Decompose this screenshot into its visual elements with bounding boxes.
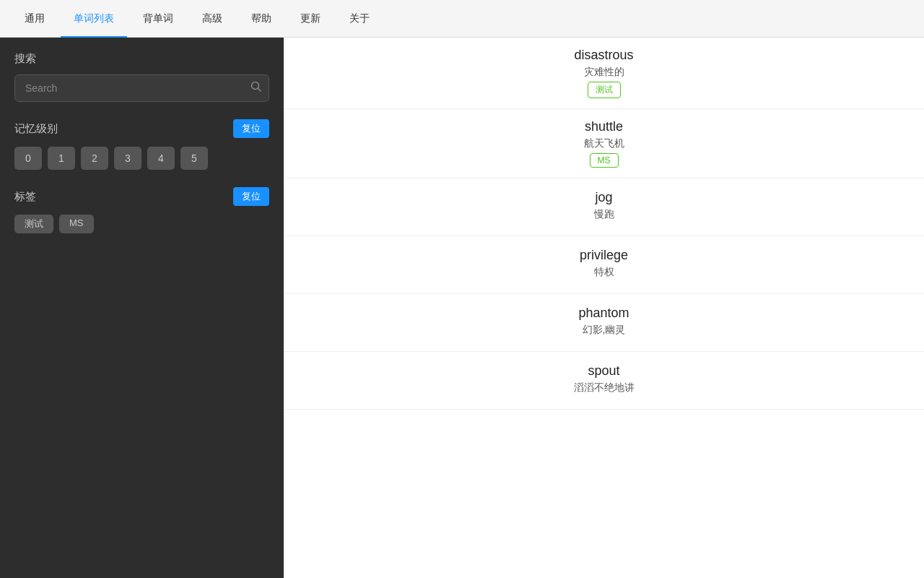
tags-reset-button[interactable]: 复位	[233, 187, 269, 206]
tag-item-ms[interactable]: MS	[59, 215, 94, 233]
word-tag[interactable]: 测试	[588, 82, 621, 98]
memory-level-label: 记忆级别	[14, 122, 58, 136]
word-english: spout	[588, 363, 619, 379]
word-english: jog	[595, 190, 612, 205]
tags-label: 标签	[14, 190, 36, 204]
tab-update[interactable]: 更新	[287, 0, 334, 38]
tab-word-list[interactable]: 单词列表	[61, 0, 127, 38]
sidebar: 搜索 记忆级别 复位 0 1 2 3 4 5 标签	[0, 38, 284, 578]
tab-memorize[interactable]: 背单词	[130, 0, 186, 38]
word-english: privilege	[580, 248, 628, 263]
word-row[interactable]: phantom幻影,幽灵	[284, 294, 924, 352]
tab-advanced[interactable]: 高级	[189, 0, 235, 38]
word-english: shuttle	[585, 119, 623, 134]
level-btn-2[interactable]: 2	[81, 147, 108, 170]
word-chinese: 滔滔不绝地讲	[574, 381, 635, 394]
level-btn-5[interactable]: 5	[180, 147, 208, 170]
tab-general[interactable]: 通用	[12, 0, 58, 38]
search-label: 搜索	[14, 52, 269, 66]
word-list: disastrous灾难性的测试shuttle航天飞机MSjog慢跑privil…	[284, 38, 924, 578]
word-english: phantom	[578, 306, 629, 321]
word-chinese: 航天飞机	[584, 137, 624, 150]
svg-line-1	[258, 89, 261, 92]
level-btn-4[interactable]: 4	[147, 147, 175, 170]
word-row[interactable]: jog慢跑	[284, 178, 924, 236]
search-input[interactable]	[14, 74, 269, 102]
word-tag[interactable]: MS	[590, 153, 619, 168]
word-english: disastrous	[574, 48, 633, 63]
memory-level-header: 记忆级别 复位	[14, 119, 269, 138]
word-row[interactable]: disastrous灾难性的测试	[284, 38, 924, 109]
search-icon-button[interactable]	[250, 81, 262, 95]
level-btn-1[interactable]: 1	[48, 147, 75, 170]
word-row[interactable]: shuttle航天飞机MS	[284, 109, 924, 178]
word-row[interactable]: spout滔滔不绝地讲	[284, 352, 924, 410]
top-nav: 通用 单词列表 背单词 高级 帮助 更新 关于	[0, 0, 924, 38]
memory-reset-button[interactable]: 复位	[233, 119, 269, 138]
level-buttons: 0 1 2 3 4 5	[14, 147, 269, 170]
tab-about[interactable]: 关于	[336, 0, 383, 38]
tab-help[interactable]: 帮助	[238, 0, 284, 38]
tags-header: 标签 复位	[14, 187, 269, 206]
level-btn-0[interactable]: 0	[14, 147, 42, 170]
level-btn-3[interactable]: 3	[114, 147, 141, 170]
search-section	[14, 74, 269, 102]
word-chinese: 幻影,幽灵	[583, 324, 626, 337]
word-chinese: 慢跑	[594, 208, 614, 221]
word-row[interactable]: privilege特权	[284, 236, 924, 294]
main-layout: 搜索 记忆级别 复位 0 1 2 3 4 5 标签	[0, 38, 924, 578]
tag-list: 测试 MS	[14, 215, 269, 233]
word-chinese: 特权	[594, 266, 614, 279]
search-icon	[250, 81, 262, 92]
tags-section: 标签 复位 测试 MS	[14, 187, 269, 233]
word-chinese: 灾难性的	[584, 66, 624, 79]
tag-item-ceshi[interactable]: 测试	[14, 215, 53, 233]
